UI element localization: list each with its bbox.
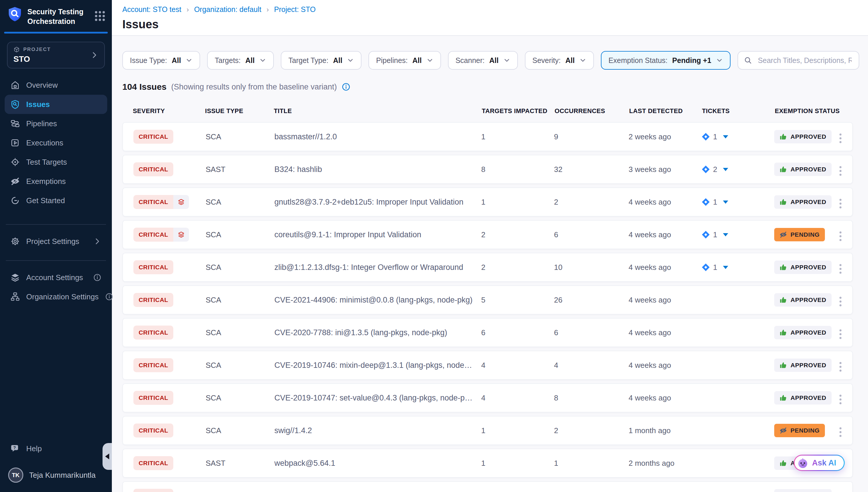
issue-title: zlib@1:1.2.13.dfsg-1: Integer Overflow o… [274,263,481,272]
table-row[interactable]: CRITICAL SCA CVE-2019-10746: mixin-deep@… [122,351,853,380]
last-detected: 2 months ago [629,459,702,468]
sidebar-item-account-settings[interactable]: Account Settings [5,268,107,287]
sidebar-item-issues[interactable]: Issues [5,95,107,114]
actions-cell [835,258,852,277]
jira-ticket-icon [702,132,710,141]
sidebar-collapse-handle[interactable] [103,443,112,470]
breadcrumb-link-project[interactable]: Project: STO [274,5,316,14]
table-row[interactable]: CRITICAL SCA CVE-2020-7788: ini@1.3.5 (l… [122,318,853,347]
filter-label: Pipelines: [376,56,407,65]
issue-type: SCA [206,328,274,337]
breadcrumb: Account: STO test›Organization: default›… [122,5,853,14]
table-row[interactable]: CRITICAL SCA CVE-2019-10747: set-value@0… [122,383,853,413]
row-menu-kebab[interactable] [835,359,846,375]
status-label: APPROVED [791,133,826,140]
table-row[interactable]: CRITICAL SCA coreutils@9.1-1: Improper I… [122,220,853,249]
table-row[interactable]: CRITICAL SCA swig//1.4.2 1 2 1 month ago… [122,416,853,445]
ticket-dropdown-caret[interactable] [723,233,728,237]
issue-title: CVE-2019-10747: set-value@0.4.3 (lang-pk… [274,393,481,402]
actions-cell [835,290,852,310]
table-row[interactable]: CRITICAL SCA gnutls28@3.7.9-2+deb12u5: I… [122,188,853,217]
search-icon [744,56,752,65]
severity-label: CRITICAL [133,260,173,274]
row-menu-kebab[interactable] [835,195,846,212]
row-menu-kebab[interactable] [835,326,846,342]
sidebar-divider [6,260,106,261]
sidebar-item-label: Overview [26,81,58,90]
project-selector[interactable]: PROJECT STO [7,42,105,69]
filter-target-type[interactable]: Target Type:All [281,51,362,70]
chevron-down-icon [186,57,192,64]
ticket-dropdown-caret[interactable] [723,168,728,171]
target-icon [10,157,20,167]
targets-impacted: 1 [481,198,554,207]
thumbs-up-icon [780,394,787,402]
breadcrumb-link-account[interactable]: Account: STO test [122,5,181,14]
table-row[interactable]: CRITICAL SAST webpack@5.64.1 1 1 2 month… [122,448,853,478]
status-cell: PENDING [774,228,835,241]
ticket-dropdown-caret[interactable] [723,135,728,139]
chevron-right-icon [93,237,101,245]
sidebar-item-executions[interactable]: Executions [5,133,107,152]
table-row[interactable]: CRITICAL SCA CVE-2021-44906: minimist@0.… [122,285,853,315]
sidebar-item-label: Account Settings [26,273,83,282]
last-detected: 4 weeks ago [629,393,702,402]
search-input[interactable] [757,56,853,65]
exemption-status-badge: APPROVED [774,391,832,404]
occurrences: 32 [554,165,629,174]
chevron-right-icon [90,51,99,59]
row-menu-kebab[interactable] [835,163,846,179]
filter-pipelines[interactable]: Pipelines:All [368,51,441,70]
row-menu-kebab[interactable] [835,130,846,146]
filter-severity[interactable]: Severity:All [525,51,594,70]
ticket-dropdown-caret[interactable] [723,266,728,269]
status-cell: APPROVED [774,293,835,306]
info-icon[interactable] [342,82,350,91]
user-menu[interactable]: TK Teja Kummarikuntla [5,465,107,485]
table-row[interactable]: CRITICAL SCA zlib@1:1.2.13.dfsg-1: Integ… [122,253,853,282]
sidebar-item-pipelines[interactable]: Pipelines [5,114,107,133]
sidebar-item-get-started[interactable]: Get Started [5,191,107,210]
filter-exemption-status[interactable]: Exemption Status:Pending +1 [601,51,731,70]
issue-title: B324: hashlib [274,165,481,174]
jira-ticket-icon [702,230,710,239]
filter-targets[interactable]: Targets:All [207,51,274,70]
row-menu-kebab[interactable] [835,293,846,310]
row-menu-kebab[interactable] [835,424,846,440]
help-button[interactable]: ? Help [5,439,107,458]
ticket-dropdown-caret[interactable] [723,200,728,204]
column-header-issue-type: ISSUE TYPE [205,107,274,115]
row-menu-kebab[interactable] [835,489,846,492]
search-box[interactable] [737,51,859,70]
chevron-down-icon [503,57,510,64]
status-cell: PENDING [774,424,835,437]
filter-issue-type[interactable]: Issue Type:All [122,51,200,70]
row-menu-kebab[interactable] [835,228,846,244]
filter-scanner[interactable]: Scanner:All [448,51,518,70]
severity-label: CRITICAL [133,423,173,438]
executions-icon [10,138,20,147]
sidebar-item-overview[interactable]: Overview [5,75,107,95]
sidebar-item-test-targets[interactable]: Test Targets [5,152,107,172]
sidebar-item-organization-settings[interactable]: Organization Settings [5,287,107,306]
table-header: SEVERITYISSUE TYPETITLETARGETS IMPACTEDO… [122,105,853,117]
sidebar-item-label: Issues [26,100,50,109]
last-detected: 2 weeks ago [629,132,702,141]
issues-summary: 104 Issues (Showing results only from th… [122,82,853,92]
occurrences: 1 [554,459,629,468]
table-row[interactable]: CRITICAL SAST django@1.2 1 22 2 months a… [122,481,853,492]
status-cell: APPROVED [774,163,835,176]
targets-impacted: 5 [481,296,554,304]
table-row[interactable]: CRITICAL SAST B324: hashlib 8 32 3 weeks… [122,155,853,184]
row-menu-kebab[interactable] [835,261,846,277]
sidebar-item-project-settings[interactable]: Project Settings [5,232,107,251]
table-row[interactable]: CRITICAL SCA bassmaster//1.2.0 1 9 2 wee… [122,122,853,151]
sidebar-item-label: Pipelines [26,119,57,128]
sidebar-item-exemptions[interactable]: Exemptions [5,172,107,191]
row-menu-kebab[interactable] [835,391,846,408]
ask-ai-button[interactable]: Ask AI [794,455,845,471]
last-detected: 4 weeks ago [629,296,702,304]
severity-badge: CRITICAL [133,293,173,307]
breadcrumb-link-organization[interactable]: Organization: default [194,5,261,14]
module-switcher-icon[interactable] [95,11,105,21]
